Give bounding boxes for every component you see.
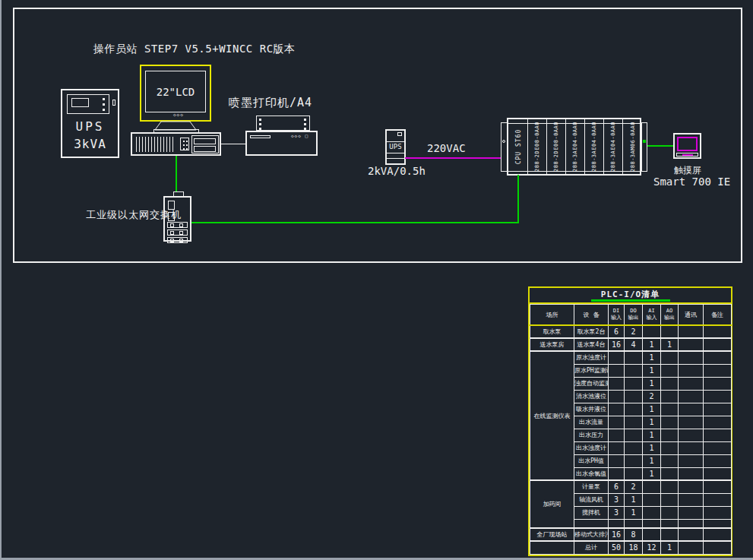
pc-drive-slot (194, 146, 216, 152)
hmi-touch-panel (673, 133, 701, 159)
io-table-row: 送水泵房送水泵4台16411 (530, 338, 732, 351)
io-ao-cell (661, 519, 679, 528)
io-comm-cell (679, 454, 704, 467)
io-note-cell (704, 519, 732, 528)
monitor-buttons-icon: ◇◇◇ (173, 112, 184, 117)
io-device-cell: 取水泵2台 (574, 325, 609, 338)
io-table-title: PLC-I/O清单 (530, 288, 731, 304)
io-ai-cell (643, 519, 661, 528)
cad-drawing-canvas[interactable]: 操作员站 STEP7 V5.5+WINCC RC版本 UPS 3kVA 22"L… (0, 0, 753, 560)
io-do-cell: 1 (625, 493, 643, 506)
io-note-cell (704, 480, 732, 493)
io-note-cell (704, 338, 732, 351)
io-do-cell: 4 (625, 338, 643, 351)
io-di-cell (609, 441, 625, 454)
ups2-divider (387, 141, 404, 142)
power-cable-220vac (405, 157, 501, 159)
io-di-cell: 6 (609, 480, 625, 493)
ups2-indicator (397, 132, 402, 136)
io-do-cell (625, 519, 643, 528)
ethernet-plc-to-hmi (647, 145, 673, 147)
io-note-cell (704, 325, 732, 338)
io-device-cell: 出水流量 (574, 416, 609, 429)
rj45-port-icon (170, 231, 174, 235)
io-do-cell (625, 377, 643, 390)
io-device-cell: 原水PH监测计 (574, 364, 609, 377)
ups-led-dots (103, 98, 105, 100)
io-device-cell: 总计 (574, 541, 609, 554)
io-ao-cell (661, 480, 679, 493)
io-note-cell (704, 351, 732, 364)
plc-module-label: 288-3AE04-0AA0 (610, 122, 616, 172)
io-do-cell: 8 (625, 528, 643, 541)
io-note-cell (704, 377, 732, 390)
plc-module-label: CPU ST60 (515, 129, 522, 165)
io-comm-cell (679, 467, 704, 480)
io-di-cell (609, 377, 625, 390)
io-di-cell (609, 429, 625, 441)
io-ao-cell (661, 416, 679, 429)
hmi-model-label: Smart 700 IE (653, 176, 730, 188)
power-voltage-label: 220VAC (427, 142, 466, 154)
io-ai-cell: 1 (643, 403, 661, 416)
io-device-cell: 移动式大排污泵 (574, 528, 609, 541)
plc-rack: CPU ST60288-2DE08-0AA0288-2DE08-0AA0288-… (507, 118, 641, 176)
printer-buttons-icon: ◇◇◇ □ (291, 133, 308, 138)
ups-2kva-box: UPS (385, 129, 406, 165)
io-comm-cell (679, 541, 704, 554)
lcd-monitor: 22"LCD ◇◇◇ (140, 65, 211, 122)
ups2-divider (387, 158, 404, 159)
io-ao-cell (661, 364, 679, 377)
ups-port (112, 100, 115, 106)
io-note-cell (704, 454, 732, 467)
io-do-cell (625, 441, 643, 454)
io-area-cell: 全厂现场站 (530, 528, 574, 541)
io-ai-cell: 12 (643, 541, 661, 554)
rj45-port-icon (170, 223, 174, 227)
io-note-cell (704, 506, 732, 519)
io-note-cell (704, 403, 732, 416)
io-device-cell: 轴流风机 (574, 493, 609, 506)
io-comm-cell (679, 390, 704, 403)
io-column-header: DI输入 (609, 305, 625, 326)
plc-module: 288-2DE08-0AA0 (528, 119, 547, 174)
io-column-header: 备注 (704, 305, 732, 326)
io-do-cell (625, 403, 643, 416)
io-ai-cell (643, 528, 661, 541)
io-di-cell (609, 416, 625, 429)
io-table-row: 在线监测仪表原水浊度计1 (530, 351, 732, 364)
plc-module-label: 288-3AM06-0AA0 (630, 122, 636, 172)
io-comm-cell (679, 351, 704, 364)
switch-port-row (167, 229, 188, 236)
io-table-row: 全厂现场站移动式大排污泵168 (530, 528, 732, 541)
io-ai-cell: 1 (643, 441, 661, 454)
ups2-label: UPS (387, 143, 404, 150)
io-device-cell: 出水余氯值 (574, 467, 609, 480)
io-ao-cell: 1 (661, 541, 679, 554)
io-di-cell: 16 (609, 338, 625, 351)
io-ao-cell (661, 467, 679, 480)
io-ai-cell (643, 493, 661, 506)
tray-dots-icon (259, 119, 261, 121)
io-note-cell (704, 429, 732, 441)
io-ai-cell (643, 506, 661, 519)
hmi-screen (677, 137, 698, 151)
io-table-title-text: PLC-I/O清单 (601, 289, 660, 299)
io-comm-cell (679, 480, 704, 493)
io-comm-cell (679, 441, 704, 454)
switch-led-block (168, 212, 175, 221)
io-ai-cell: 1 (643, 364, 661, 377)
io-ai-cell: 1 (643, 338, 661, 351)
io-do-cell: 1 (625, 506, 643, 519)
hmi-base-accent (682, 154, 693, 156)
io-area-cell: 取水泵 (530, 325, 574, 338)
io-area-cell: 在线监测仪表 (530, 351, 574, 480)
pc-drive-slot (194, 138, 216, 144)
io-device-cell: 出水浊度计 (574, 441, 609, 454)
ups-3kva-box: UPS 3kVA (61, 89, 119, 158)
io-column-header: 场所 (530, 305, 574, 326)
rack-right-bracket (641, 122, 647, 172)
pc-button-panel (180, 138, 189, 150)
io-ao-cell (661, 454, 679, 467)
io-ao-cell (661, 429, 679, 441)
